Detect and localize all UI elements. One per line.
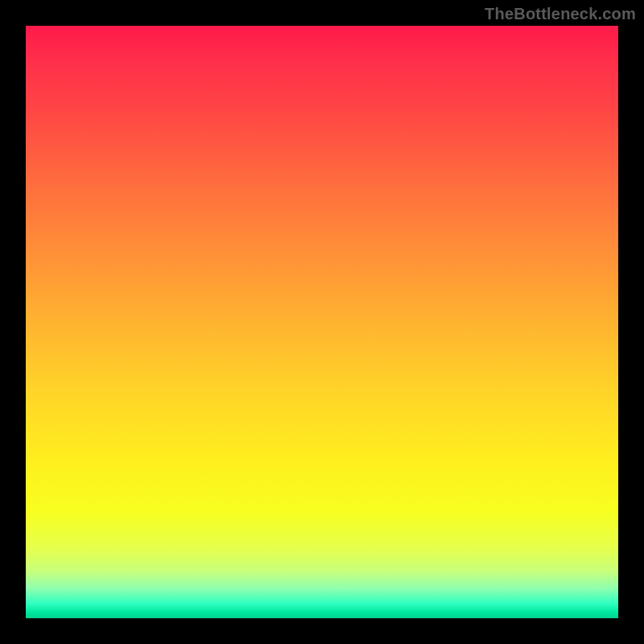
watermark-text: TheBottleneck.com — [485, 5, 636, 23]
plot-area — [26, 26, 618, 618]
heat-gradient-background — [26, 26, 618, 618]
chart-stage: TheBottleneck.com — [0, 0, 644, 644]
